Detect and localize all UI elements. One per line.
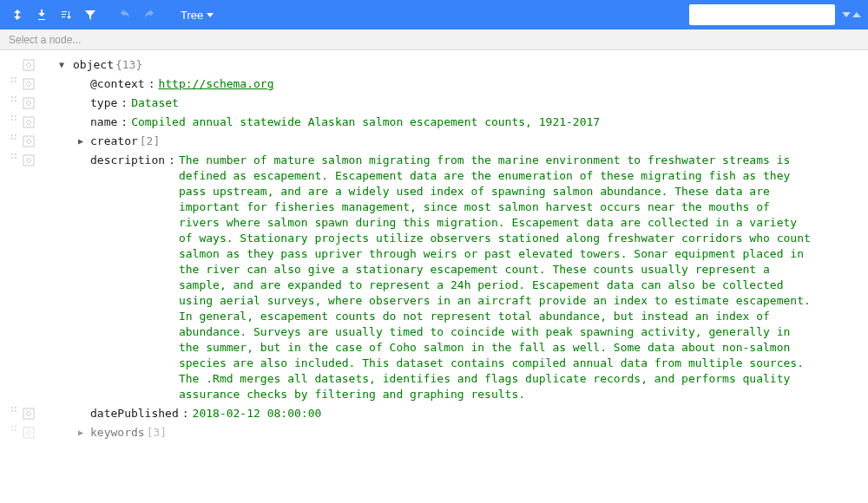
svg-point-3 [11, 81, 13, 82]
svg-point-13 [11, 119, 13, 121]
svg-rect-10 [23, 98, 34, 108]
svg-point-9 [15, 100, 16, 101]
svg-point-18 [11, 138, 13, 140]
svg-point-22 [15, 154, 16, 155]
svg-point-14 [15, 119, 16, 121]
drag-handle[interactable] [9, 425, 21, 434]
svg-point-21 [11, 154, 13, 155]
svg-rect-0 [23, 60, 34, 70]
svg-point-32 [15, 426, 16, 428]
property-key: @context [90, 76, 145, 92]
property-key: datePublished [90, 406, 179, 421]
svg-point-19 [15, 138, 16, 140]
undo-button[interactable] [115, 4, 135, 25]
search-input[interactable] [700, 9, 830, 21]
context-menu-button[interactable] [23, 59, 35, 71]
context-menu-button[interactable] [23, 116, 35, 128]
drag-handle[interactable] [9, 406, 21, 415]
context-menu-button[interactable] [23, 135, 35, 147]
view-mode-select[interactable]: Tree [174, 9, 220, 22]
node-count: [2] [140, 134, 160, 149]
svg-point-31 [11, 426, 13, 428]
svg-point-23 [11, 157, 13, 159]
drag-handle[interactable] [9, 114, 21, 123]
search-prev-button[interactable] [852, 12, 861, 17]
breadcrumb[interactable]: Select a node... [0, 29, 868, 50]
search-nav [842, 12, 861, 17]
svg-point-28 [11, 410, 13, 412]
context-menu-button[interactable] [23, 78, 35, 90]
drag-handle[interactable] [9, 153, 21, 161]
tree-row[interactable]: @context : http://schema.org [0, 75, 868, 94]
context-menu-button[interactable] [23, 408, 35, 420]
property-value: The number of mature salmon migrating fr… [179, 153, 812, 402]
tree-row[interactable]: name : Compiled annual statewide Alaskan… [0, 113, 868, 132]
svg-point-2 [15, 77, 16, 79]
redo-button[interactable] [139, 4, 160, 25]
svg-point-27 [15, 407, 16, 408]
svg-point-1 [11, 77, 13, 79]
tree-row[interactable]: keywords [3] [0, 423, 868, 442]
svg-point-11 [11, 115, 13, 117]
tree-row[interactable]: description : The number of mature salmo… [0, 151, 868, 404]
drag-handle[interactable] [9, 76, 21, 85]
svg-point-24 [15, 157, 16, 159]
property-key: keywords [90, 425, 145, 441]
property-value-url[interactable]: http://schema.org [158, 76, 273, 92]
tree-row-root[interactable]: object {13} [0, 56, 868, 75]
node-count: [3] [147, 425, 167, 441]
expand-toggle[interactable] [56, 57, 68, 73]
svg-point-12 [15, 115, 16, 117]
svg-point-7 [15, 96, 16, 98]
search-box[interactable] [689, 4, 835, 25]
svg-point-34 [15, 429, 16, 431]
tree-row[interactable]: type : Dataset [0, 94, 868, 113]
separator: : [121, 95, 128, 111]
svg-point-6 [11, 96, 13, 98]
separator: : [182, 406, 189, 421]
tree-row[interactable]: creator [2] [0, 132, 868, 151]
expand-toggle[interactable] [75, 134, 87, 149]
svg-rect-15 [23, 117, 34, 127]
search-icon [694, 10, 696, 20]
drag-handle[interactable] [9, 134, 21, 142]
caret-down-icon [207, 13, 214, 17]
svg-point-33 [11, 429, 13, 431]
svg-rect-35 [23, 428, 34, 438]
separator: : [148, 76, 155, 92]
svg-point-4 [15, 81, 16, 82]
svg-point-29 [15, 410, 16, 412]
sort-button[interactable] [56, 4, 76, 25]
context-menu-button[interactable] [23, 427, 35, 439]
separator: : [168, 153, 175, 168]
svg-point-26 [11, 407, 13, 408]
tree-view[interactable]: object {13} @context : http://schema.org… [0, 50, 868, 503]
node-count: {13} [115, 57, 142, 73]
node-type-label: object [73, 57, 114, 73]
breadcrumb-placeholder: Select a node... [9, 34, 81, 46]
search-next-button[interactable] [842, 12, 851, 17]
svg-point-17 [15, 134, 16, 136]
collapse-all-button[interactable] [31, 4, 52, 25]
property-value: 2018-02-12 08:00:00 [193, 406, 322, 421]
property-key: description [90, 153, 165, 168]
svg-rect-20 [23, 136, 34, 147]
property-key: name [90, 114, 117, 130]
filter-button[interactable] [80, 4, 101, 25]
expand-toggle[interactable] [75, 425, 87, 441]
separator: : [121, 114, 128, 130]
expand-all-button[interactable] [7, 4, 28, 25]
property-value: Dataset [131, 95, 179, 111]
property-key: type [90, 95, 117, 111]
context-menu-button[interactable] [23, 154, 35, 167]
svg-rect-5 [23, 79, 34, 89]
drag-handle[interactable] [9, 95, 21, 104]
svg-point-8 [11, 100, 13, 101]
tree-row[interactable]: datePublished : 2018-02-12 08:00:00 [0, 404, 868, 423]
svg-rect-25 [23, 155, 34, 166]
svg-point-16 [11, 134, 13, 136]
svg-rect-30 [23, 408, 34, 419]
context-menu-button[interactable] [23, 97, 35, 109]
view-mode-label: Tree [181, 9, 203, 22]
property-value: Compiled annual statewide Alaskan salmon… [131, 114, 600, 130]
